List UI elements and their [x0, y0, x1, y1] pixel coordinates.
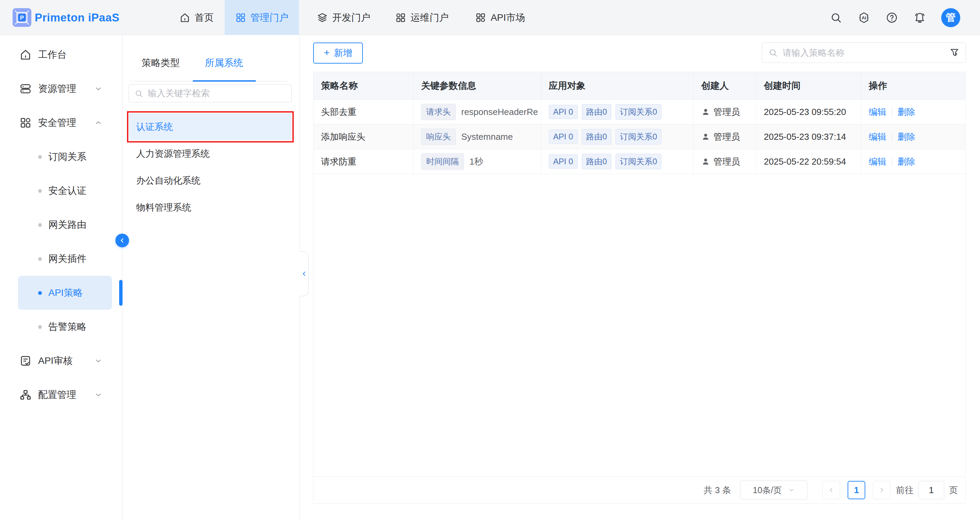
param-cell: 时间间隔 1秒 — [414, 149, 541, 174]
creator-name: 管理员 — [713, 131, 740, 143]
current-page-button[interactable]: 1 — [848, 481, 865, 499]
sidebar-item-config-mgmt[interactable]: 配置管理 — [0, 378, 122, 412]
nav-dev-portal-label: 开发门户 — [332, 11, 370, 24]
param-tag: 请求头 — [421, 104, 456, 120]
tab-policy-type[interactable]: 策略类型 — [129, 44, 192, 81]
ai-icon[interactable]: AI — [858, 11, 870, 24]
nav-ops-portal-label: 运维门户 — [410, 11, 449, 24]
table-row: 头部去重 请求头 responseHeaderRe API 0 路由0 订阅关系… — [313, 100, 966, 124]
edit-link[interactable]: 编辑 — [869, 156, 886, 168]
tab-owning-system[interactable]: 所属系统 — [192, 44, 256, 81]
created-time-cell: 2025-05-23 09:55:20 — [756, 100, 861, 124]
page-size-value: 10条/页 — [753, 485, 782, 496]
sidebar-item-label: 网关路由 — [48, 218, 86, 231]
system-item-hr[interactable]: 人力资源管理系统 — [129, 140, 292, 167]
keyword-search-input[interactable] — [148, 88, 286, 98]
nav-home-label: 首页 — [195, 11, 214, 24]
add-button-label: 新增 — [334, 47, 352, 59]
edit-link[interactable]: 编辑 — [869, 106, 886, 118]
target-tag-api[interactable]: API 0 — [549, 105, 578, 119]
search-icon — [134, 89, 143, 98]
topbar: P Primeton iPaaS 首页 管理门户 开发门户 运维门户 API市场 — [0, 0, 980, 35]
apps-grid-icon — [19, 117, 32, 129]
sidebar-item-security-mgmt[interactable]: 安全管理 — [0, 106, 122, 140]
nav-ops-portal[interactable]: 运维门户 — [389, 0, 455, 35]
policy-name-cell: 请求防重 — [313, 149, 414, 174]
table-empty-area — [313, 174, 966, 476]
panel-tabs: 策略类型 所属系统 — [129, 44, 287, 81]
sidebar-item-subscription[interactable]: 订阅关系 — [0, 140, 122, 174]
actions-cell: 编辑 删除 — [861, 149, 966, 174]
system-item-material[interactable]: 物料管理系统 — [129, 194, 292, 221]
keyword-search-box — [129, 84, 292, 102]
policy-table: 策略名称 关键参数信息 应用对象 创建人 创建时间 操作 头部去重 请求头 re… — [313, 72, 966, 504]
next-page-button[interactable] — [873, 481, 891, 499]
sidebar-item-label: 配置管理 — [38, 388, 76, 401]
bell-icon[interactable] — [913, 11, 926, 24]
param-cell: 响应头 Systemname — [414, 124, 541, 149]
sidebar-item-alert-policy[interactable]: 告警策略 — [0, 310, 122, 344]
policy-search-input[interactable] — [783, 48, 945, 58]
prev-page-button[interactable] — [822, 481, 840, 499]
target-tag-subscription[interactable]: 订阅关系0 — [616, 154, 662, 170]
primeton-logo-icon: P — [12, 8, 32, 27]
chevron-up-icon — [94, 119, 102, 127]
target-tag-route[interactable]: 路由0 — [582, 154, 611, 170]
column-header: 创建时间 — [756, 72, 861, 99]
nav-api-market[interactable]: API市场 — [467, 0, 533, 35]
sidebar-item-label: 安全认证 — [48, 184, 86, 197]
edit-link[interactable]: 编辑 — [869, 131, 886, 143]
chevron-left-icon — [301, 270, 308, 277]
delete-link[interactable]: 删除 — [897, 106, 915, 118]
panel-collapse-handle[interactable] — [299, 251, 309, 296]
funnel-filter-icon[interactable] — [949, 48, 959, 58]
sidebar-item-api-review[interactable]: API审核 — [0, 344, 122, 378]
sidebar-item-resource-mgmt[interactable]: 资源管理 — [0, 72, 122, 106]
person-icon — [701, 132, 710, 141]
param-tag: 响应头 — [421, 128, 456, 145]
bullet-dot-icon — [38, 257, 42, 261]
target-tag-route[interactable]: 路由0 — [582, 129, 611, 144]
sidebar-item-api-policy[interactable]: API策略 — [18, 276, 112, 310]
delete-link[interactable]: 删除 — [897, 156, 915, 168]
sidebar-item-gateway-route[interactable]: 网关路由 — [0, 208, 122, 242]
help-icon[interactable] — [885, 11, 898, 24]
page-size-select[interactable]: 10条/页 — [740, 480, 807, 499]
target-tag-api[interactable]: API 0 — [549, 154, 578, 169]
layers-icon — [317, 12, 328, 23]
sidebar-item-label: 安全管理 — [38, 116, 76, 129]
server-icon — [19, 82, 32, 95]
chevron-down-icon — [94, 85, 102, 93]
policy-name-cell: 头部去重 — [313, 100, 414, 124]
targets-cell: API 0 路由0 订阅关系0 — [541, 149, 694, 174]
column-header: 创建人 — [694, 72, 756, 99]
sidebar-item-workbench[interactable]: 工作台 — [0, 38, 122, 72]
actions-cell: 编辑 删除 — [861, 100, 966, 124]
delete-link[interactable]: 删除 — [897, 131, 915, 143]
sidebar-item-security-auth[interactable]: 安全认证 — [0, 174, 122, 208]
target-tag-subscription[interactable]: 订阅关系0 — [616, 104, 662, 120]
chevron-down-icon — [94, 391, 102, 399]
column-header: 策略名称 — [313, 72, 414, 99]
add-button[interactable]: + 新增 — [313, 43, 363, 63]
target-tag-subscription[interactable]: 订阅关系0 — [616, 129, 662, 144]
system-item-oa[interactable]: 办公自动化系统 — [129, 167, 292, 194]
nav-admin-portal[interactable]: 管理门户 — [225, 0, 299, 35]
goto-page-label: 前往 — [896, 484, 914, 496]
nav-home[interactable]: 首页 — [172, 0, 221, 35]
target-tag-route[interactable]: 路由0 — [582, 104, 611, 120]
divider — [892, 157, 892, 166]
param-cell: 请求头 responseHeaderRe — [414, 100, 541, 124]
sidebar-item-gateway-plugin[interactable]: 网关插件 — [0, 242, 122, 276]
user-avatar[interactable]: 管 — [941, 8, 960, 27]
grid-icon — [475, 12, 486, 23]
page-unit-label: 页 — [949, 484, 958, 496]
targets-cell: API 0 路由0 订阅关系0 — [541, 124, 694, 149]
nav-dev-portal[interactable]: 开发门户 — [310, 0, 377, 35]
sidebar-collapse-button[interactable] — [115, 234, 129, 247]
param-value: responseHeaderRe — [461, 107, 538, 117]
system-item-auth[interactable]: 认证系统 — [129, 113, 292, 140]
target-tag-api[interactable]: API 0 — [549, 130, 578, 144]
goto-page-input[interactable] — [918, 481, 944, 499]
search-icon[interactable] — [830, 11, 843, 24]
